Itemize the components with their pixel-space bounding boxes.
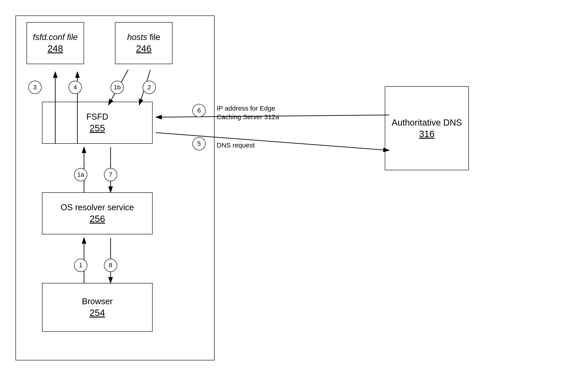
circle-1a: 1a — [74, 168, 87, 181]
browser-title: Browser — [82, 297, 113, 307]
circle-1: 1 — [74, 259, 87, 272]
auth-dns-number: 316 — [419, 129, 435, 139]
fsfd-conf-box: fsfd.conf file 248 — [27, 22, 84, 64]
circle-1b: 1b — [111, 81, 124, 94]
os-resolver-number: 256 — [90, 214, 105, 224]
circle-8: 8 — [104, 259, 117, 272]
diagram-container: fsfd.conf file 248 hosts file 246 FSFD 2… — [9, 9, 579, 367]
browser-number: 254 — [90, 308, 105, 318]
circle-6: 6 — [192, 104, 206, 117]
os-resolver-box: OS resolver service 256 — [42, 192, 153, 234]
auth-dns-box: Authoritative DNS 316 — [385, 86, 469, 170]
hosts-file-box: hosts file 246 — [115, 22, 172, 64]
circle-7: 7 — [104, 168, 117, 181]
fsfd-number: 255 — [90, 123, 105, 134]
auth-dns-title: Authoritative DNS — [392, 117, 462, 128]
circle-2: 2 — [143, 81, 156, 94]
circle-3: 3 — [28, 81, 42, 94]
hosts-file-title: hosts file — [127, 32, 160, 42]
fsfd-conf-number: 248 — [48, 43, 63, 54]
fsfd-title: FSFD — [86, 112, 108, 122]
hosts-file-number: 246 — [136, 43, 151, 54]
ip-address-label: IP address for EdgeCaching Server 312a — [217, 104, 279, 121]
os-resolver-title: OS resolver service — [61, 203, 134, 213]
fsfd-conf-title: fsfd.conf file — [33, 32, 78, 42]
dns-request-label: DNS request — [217, 142, 255, 149]
circle-4: 4 — [69, 81, 82, 94]
circle-5: 5 — [192, 137, 206, 150]
fsfd-box: FSFD 255 — [42, 102, 153, 144]
browser-box: Browser 254 — [42, 283, 153, 332]
